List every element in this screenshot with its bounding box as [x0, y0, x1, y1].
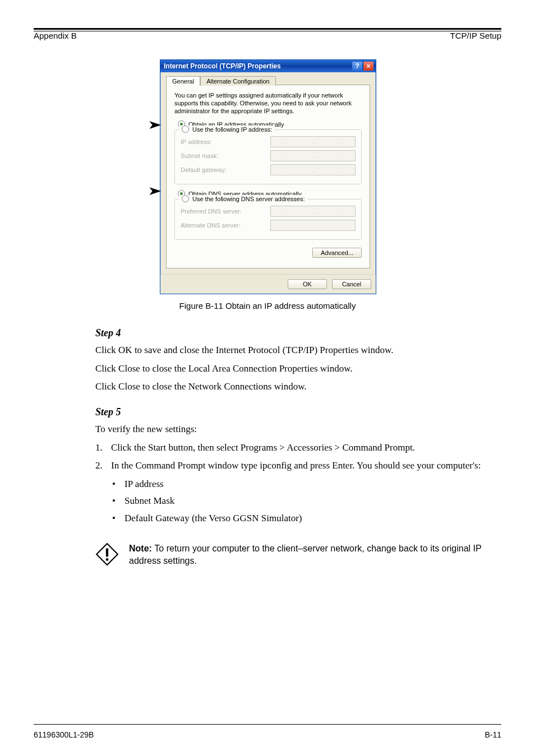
bullet-text: Default Gateway (the Verso GGSN Simulato…	[124, 512, 302, 526]
step5-item2: 2. In the Command Prompt window type ipc…	[95, 459, 490, 473]
header-appendix: Appendix B	[34, 31, 77, 40]
note-text: Note: To return your computer to the cli…	[129, 542, 490, 568]
list-text: In the Command Prompt window type ipconf…	[111, 459, 481, 473]
svg-point-2	[106, 558, 109, 561]
note-label: Note:	[129, 544, 154, 553]
label-default-gateway: Default gateway:	[181, 166, 227, 173]
note-body: To return your computer to the client–se…	[129, 544, 481, 565]
tab-general[interactable]: General	[166, 76, 200, 86]
ok-button[interactable]: OK	[288, 279, 327, 289]
radio-use-following-dns[interactable]: Use the following DNS server addresses:	[182, 195, 305, 202]
header-rule	[34, 28, 501, 31]
body-text: Step 4 Click OK to save and close the In…	[95, 327, 490, 568]
step4-p3: Click Close to close the Network Connect…	[95, 380, 490, 394]
radio-label: Use the following IP address:	[192, 126, 272, 133]
step4-p2: Click Close to close the Local Area Conn…	[95, 362, 490, 376]
radio-use-following-ip[interactable]: Use the following IP address:	[182, 126, 272, 133]
footer-page-number: B-11	[485, 730, 501, 739]
bullet-text: IP address	[124, 477, 164, 491]
radio-icon	[182, 195, 189, 202]
advanced-button[interactable]: Advanced...	[312, 248, 362, 258]
step5-bullet2: • Subnet Mask	[112, 494, 490, 508]
bullet-icon: •	[112, 477, 119, 491]
dialog-title: Internet Protocol (TCP/IP) Properties	[164, 62, 351, 70]
label-subnet-mask: Subnet mask:	[181, 152, 218, 159]
help-icon[interactable]: ?	[352, 62, 362, 71]
step5-bullet3: • Default Gateway (the Verso GGSN Simula…	[112, 512, 490, 526]
radio-label: Use the following DNS server addresses:	[192, 196, 305, 202]
tab-alternate-configuration[interactable]: Alternate Configuration	[200, 76, 276, 86]
group-static-ip: Use the following IP address: IP address…	[174, 129, 362, 184]
cancel-button[interactable]: Cancel	[332, 279, 371, 289]
preferred-dns-field: ...	[270, 206, 356, 217]
step5-bullet1: • IP address	[112, 477, 490, 491]
alternate-dns-field: ...	[270, 220, 356, 231]
step4-heading: Step 4	[95, 327, 490, 339]
step5-item1: 1. Click the Start button, then select P…	[95, 441, 490, 455]
list-text: Click the Start button, then select Prog…	[111, 441, 415, 455]
list-number: 1.	[95, 441, 108, 455]
label-alternate-dns: Alternate DNS server:	[181, 222, 241, 229]
default-gateway-field: ...	[270, 164, 356, 175]
close-icon[interactable]: ×	[363, 62, 373, 71]
label-preferred-dns: Preferred DNS server:	[181, 208, 242, 215]
bullet-icon: •	[112, 512, 119, 526]
note-block: Note: To return your computer to the cli…	[95, 542, 490, 568]
svg-rect-1	[106, 548, 108, 556]
footer-rule	[34, 724, 501, 725]
figure-caption: Figure B-11 Obtain an IP address automat…	[34, 301, 501, 310]
dialog-titlebar[interactable]: Internet Protocol (TCP/IP) Properties ? …	[160, 60, 376, 72]
header-section: TCP/IP Setup	[450, 31, 501, 40]
group-static-dns: Use the following DNS server addresses: …	[174, 199, 362, 240]
footer-doc-number: 61196300L1-29B	[34, 730, 94, 739]
bullet-icon: •	[112, 494, 119, 508]
tcpip-properties-dialog: Internet Protocol (TCP/IP) Properties ? …	[160, 59, 376, 294]
bullet-text: Subnet Mask	[124, 494, 174, 508]
ip-address-field: ...	[270, 136, 356, 147]
label-ip-address: IP address:	[181, 138, 211, 145]
step4-p1: Click OK to save and close the Internet …	[95, 344, 490, 358]
step5-heading: Step 5	[95, 406, 490, 418]
radio-icon	[182, 126, 189, 133]
figure-dialog-wrap: ➤ ➤ Internet Protocol (TCP/IP) Propertie…	[160, 59, 375, 294]
list-number: 2.	[95, 459, 108, 473]
dialog-description: You can get IP settings assigned automat…	[174, 92, 362, 115]
tab-panel-general: You can get IP settings assigned automat…	[166, 85, 370, 268]
subnet-mask-field: ...	[270, 150, 356, 161]
exclamation-diamond-icon	[95, 542, 119, 566]
step5-intro: To verify the new settings:	[95, 423, 490, 437]
